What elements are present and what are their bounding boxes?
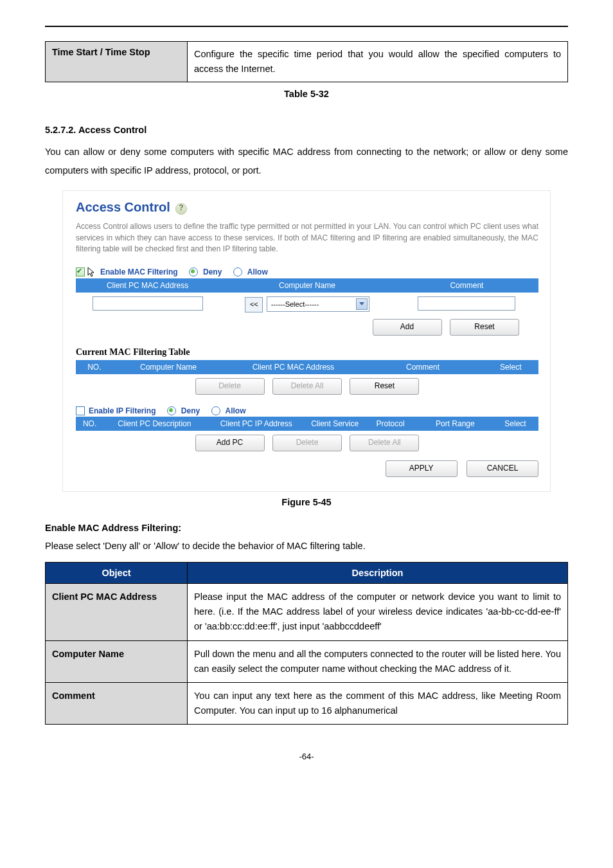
enable-mac-checkbox[interactable] — [76, 267, 85, 276]
enable-mac-label: Enable MAC Filtering — [100, 267, 178, 276]
mac-col-address: Client PC MAC Address — [76, 278, 219, 293]
table-caption: Table 5-32 — [45, 89, 568, 99]
ip-deny-radio[interactable] — [167, 406, 176, 415]
desc-header: Description — [188, 562, 568, 583]
cancel-button[interactable]: CANCEL — [466, 460, 538, 477]
cursor-icon — [87, 267, 96, 277]
mac-comment-input[interactable] — [418, 296, 515, 311]
section-number: 5.2.7.2. Access Control — [45, 125, 568, 135]
ip-allow-radio[interactable] — [211, 406, 220, 415]
ip-no: NO. — [76, 417, 103, 431]
mac-allow-radio[interactable] — [233, 267, 242, 276]
mac-deny-radio[interactable] — [189, 267, 198, 276]
reset-button[interactable]: Reset — [450, 319, 519, 336]
obj-header: Object — [46, 562, 188, 583]
mac-col-comment: Comment — [395, 278, 538, 293]
row3-label: Comment — [46, 682, 188, 724]
panel-description: Access Control allows users to define th… — [76, 221, 538, 255]
mac-delete-button[interactable]: Delete — [195, 378, 265, 395]
mac-input-grid: Client PC MAC Address Computer Name Comm… — [76, 278, 538, 316]
computer-select[interactable]: ------Select------ — [267, 296, 369, 312]
time-table: Time Start / Time Stop Configure the spe… — [45, 41, 568, 82]
row2-label: Computer Name — [46, 640, 188, 682]
ip-filter-table: NO. Client PC Description Client PC IP A… — [76, 417, 538, 431]
mac-filtering-para: Please select 'Deny all' or 'Allow' to d… — [45, 537, 568, 556]
ip-addr: Client PC IP Address — [206, 417, 307, 431]
add-button[interactable]: Add — [373, 319, 442, 336]
ip-delete-button[interactable]: Delete — [272, 435, 342, 451]
apply-button[interactable]: APPLY — [386, 460, 458, 477]
mt-name: Computer Name — [113, 360, 224, 374]
row1-desc: Please input the MAC address of the comp… — [188, 583, 568, 640]
ip-deny-label: Deny — [181, 406, 200, 415]
ip-allow-label: Allow — [226, 406, 246, 415]
mac-delete-all-button[interactable]: Delete All — [272, 378, 342, 395]
section-body: You can allow or deny some computers wit… — [45, 143, 568, 180]
access-control-panel: Access Control Access Control allows use… — [62, 190, 551, 492]
figure-caption: Figure 5-45 — [45, 497, 568, 507]
enable-ip-label: Enable IP Filtering — [89, 406, 155, 415]
panel-title: Access Control — [76, 200, 170, 214]
mt-select: Select — [483, 360, 538, 374]
ip-select: Select — [492, 417, 538, 431]
object-description-table: Object Description Client PC MAC Address… — [45, 562, 568, 725]
page-number: -64- — [45, 752, 568, 761]
copy-left-button[interactable]: << — [245, 297, 263, 312]
mac-filtering-heading: Enable MAC Address Filtering: — [45, 523, 568, 533]
row1-label: Client PC MAC Address — [46, 583, 188, 640]
enable-ip-checkbox[interactable] — [76, 406, 85, 415]
mac-filter-table: NO. Computer Name Client PC MAC Address … — [76, 360, 538, 374]
row3-desc: You can input any text here as the comme… — [188, 682, 568, 724]
add-pc-button[interactable]: Add PC — [195, 435, 265, 451]
chevron-down-icon — [356, 298, 368, 310]
mac-col-computer: Computer Name — [219, 278, 395, 293]
mac-address-input[interactable] — [93, 296, 203, 311]
mac-deny-label: Deny — [203, 267, 222, 276]
time-desc: Configure the specific time period that … — [188, 42, 568, 82]
ip-delete-all-button[interactable]: Delete All — [350, 435, 419, 451]
mac-reset-button[interactable]: Reset — [350, 378, 419, 395]
ip-port: Port Range — [418, 417, 492, 431]
mac-table-heading: Current MAC Filtering Table — [76, 347, 538, 357]
mac-allow-label: Allow — [247, 267, 268, 276]
ip-service: Client Service — [307, 417, 362, 431]
mt-address: Client PC MAC Address — [224, 360, 362, 374]
row2-desc: Pull down the menu and all the computers… — [188, 640, 568, 682]
mt-comment: Comment — [362, 360, 483, 374]
time-label: Time Start / Time Stop — [46, 42, 188, 82]
ip-protocol: Protocol — [362, 417, 418, 431]
help-icon[interactable] — [175, 203, 187, 215]
ip-desc: Client PC Description — [103, 417, 205, 431]
mt-no: NO. — [76, 360, 113, 374]
